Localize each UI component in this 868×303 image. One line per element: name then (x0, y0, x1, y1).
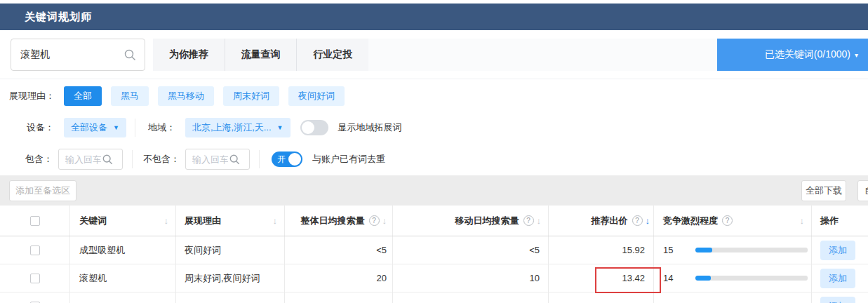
download-all-button[interactable]: 全部下载 (801, 180, 846, 201)
add-to-candidates-button[interactable]: 添加至备选区 (9, 180, 76, 201)
table-header-row: 关键词↓ 展现理由↓ 整体日均搜索量?↓ 移动日均搜索量?↓ 推荐出价?↓ 竞争… (0, 206, 868, 236)
header-checkbox-cell (0, 206, 70, 236)
overall-volume-cell: 20 (285, 264, 393, 292)
header-actions: 操作 (812, 206, 868, 236)
table-row: 滚塑机周末好词,夜间好词201013.4214添加 (0, 264, 868, 292)
search-icon (124, 49, 136, 61)
include-input[interactable] (59, 154, 101, 165)
mobile-volume-cell: <5 (393, 236, 549, 264)
competition-bar (695, 276, 808, 281)
include-label: 包含： (25, 153, 53, 166)
sort-down-icon[interactable]: ↓ (537, 215, 542, 226)
overall-volume-cell (285, 292, 393, 303)
row-checkbox-cell (0, 292, 70, 303)
custom-columns-button[interactable]: 自定义列 (857, 180, 868, 201)
bid-cell: 13.42 (549, 264, 654, 292)
sort-down-icon[interactable]: ↓ (382, 215, 387, 226)
selected-keywords-button[interactable]: 已选关键词(0/1000) ▾ (717, 39, 868, 71)
competition-value: 14 (663, 273, 680, 283)
tab-traffic-query[interactable]: 流量查询 (225, 39, 297, 71)
reason-cell: 周末好词,夜间好词 (176, 264, 285, 292)
page-title: 关键词规划师 (25, 11, 92, 24)
device-region-row: 设备： 全部设备 ▼ 地域： 北京,上海,浙江,天... ▼ 显示地域拓展词 (0, 117, 868, 138)
device-dropdown[interactable]: 全部设备 ▼ (64, 118, 126, 137)
select-all-checkbox[interactable] (30, 216, 40, 226)
header-overall-volume[interactable]: 整体日均搜索量?↓ (285, 206, 393, 236)
keyword-search-box[interactable] (11, 39, 145, 71)
region-expand-toggle[interactable] (300, 120, 328, 135)
sort-down-icon[interactable]: ↓ (800, 215, 805, 226)
mobile-volume-cell (393, 292, 549, 303)
competition-value: 15 (663, 245, 680, 255)
table-row: 添加 (0, 292, 868, 303)
divider (135, 119, 135, 137)
header-recommended-bid[interactable]: 推荐出价?↓ (549, 206, 654, 236)
search-input[interactable] (11, 49, 124, 60)
chevron-down-icon: ▾ (855, 51, 858, 59)
toggle-knob (288, 153, 301, 166)
header-reason[interactable]: 展现理由↓ (176, 206, 285, 236)
bid-cell (549, 292, 654, 303)
search-icon (102, 154, 113, 165)
reason-filter-row: 展现理由： 全部黑马黑马移动周末好词夜间好词 (0, 86, 868, 107)
tab-bar-filler (368, 39, 717, 71)
reason-cell (176, 292, 285, 303)
search-icon (229, 154, 240, 165)
exclude-input-box[interactable] (185, 149, 250, 170)
reason-pill-2[interactable]: 黑马移动 (158, 86, 214, 106)
tab-bar: 为你推荐 流量查询 行业定投 (153, 39, 368, 71)
results-table: 关键词↓ 展现理由↓ 整体日均搜索量?↓ 移动日均搜索量?↓ 推荐出价?↓ 竞争… (0, 206, 868, 303)
add-keyword-button[interactable]: 添加 (820, 269, 855, 288)
reason-pill-4[interactable]: 夜间好词 (288, 86, 345, 106)
keyword-cell: 成型吸塑机 (70, 236, 176, 264)
region-expand-label: 显示地域拓展词 (338, 121, 402, 134)
tab-industry-targeting[interactable]: 行业定投 (296, 39, 368, 71)
include-input-box[interactable] (58, 149, 123, 170)
reason-pill-1[interactable]: 黑马 (111, 86, 149, 106)
action-cell: 添加 (812, 292, 868, 303)
overall-volume-cell: <5 (285, 236, 393, 264)
reason-label: 展现理由： (9, 90, 55, 102)
header-competition[interactable]: 竞争激烈程度?↓ (654, 206, 812, 236)
reason-pill-group: 全部黑马黑马移动周末好词夜间好词 (64, 86, 345, 106)
table-toolbar: 添加至备选区 全部下载 自定义列 (0, 175, 868, 206)
sort-down-icon[interactable]: ↓ (273, 215, 278, 226)
sort-down-icon-active[interactable]: ↓ (646, 215, 650, 226)
help-icon[interactable]: ? (523, 215, 534, 226)
exclude-label: 不包含： (143, 153, 180, 166)
column-label: 移动日均搜索量 (455, 215, 519, 227)
reason-pill-0[interactable]: 全部 (64, 86, 102, 106)
divider (132, 150, 133, 168)
add-keyword-button[interactable]: 添加 (820, 241, 855, 260)
competition-bar (695, 248, 808, 252)
filter-section: 展现理由： 全部黑马黑马移动周末好词夜间好词 设备： 全部设备 ▼ 地域： 北京… (0, 79, 868, 175)
include-exclude-row: 包含： 不包含： 开 与账户已有词去重 (0, 149, 868, 170)
header-keyword[interactable]: 关键词↓ (70, 206, 176, 236)
row-checkbox[interactable] (30, 274, 40, 283)
action-cell: 添加 (812, 264, 868, 292)
tab-recommended[interactable]: 为你推荐 (153, 39, 225, 71)
row-checkbox[interactable] (30, 245, 40, 255)
help-icon[interactable]: ? (369, 215, 380, 226)
add-keyword-button[interactable]: 添加 (820, 297, 855, 303)
keyword-planner-app: 关键词规划师 为你推荐 流量查询 行业定投 已选关键词(0/1000) ▾ 展现… (0, 0, 868, 303)
dedupe-toggle[interactable]: 开 (272, 152, 302, 167)
column-label: 关键词 (79, 215, 107, 227)
mobile-volume-cell: 10 (393, 264, 549, 292)
reason-pill-3[interactable]: 周末好词 (223, 86, 279, 106)
column-label: 展现理由 (185, 215, 221, 227)
device-value: 全部设备 (71, 121, 107, 134)
toggle-on-label: 开 (277, 154, 286, 164)
competition-cell: 14 (654, 264, 812, 292)
help-icon[interactable]: ? (632, 215, 643, 226)
header-mobile-volume[interactable]: 移动日均搜索量?↓ (393, 206, 549, 236)
toggle-knob (302, 121, 314, 134)
competition-cell (654, 292, 812, 303)
region-dropdown[interactable]: 北京,上海,浙江,天... ▼ (185, 118, 291, 137)
reason-cell: 夜间好词 (176, 236, 285, 264)
exclude-input[interactable] (186, 154, 228, 165)
divider (259, 150, 260, 168)
sort-down-icon[interactable]: ↓ (164, 215, 169, 226)
competition-cell: 15 (654, 236, 812, 264)
help-icon[interactable]: ? (722, 215, 733, 226)
